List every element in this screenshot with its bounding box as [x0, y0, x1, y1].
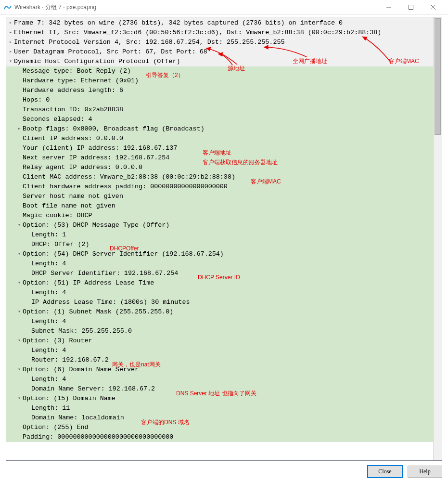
tree-row[interactable]: Length: 4 [6, 288, 433, 298]
tree-row[interactable]: Message type: Boot Reply (2) [6, 66, 433, 76]
titlebar: Wireshark · 分组 7 · pxe.pcapng [0, 0, 448, 15]
tree-row[interactable]: IP Address Lease Time: (1800s) 30 minute… [6, 298, 433, 307]
tree-row[interactable]: Next server IP address: 192.168.67.254 [6, 153, 433, 163]
tree-row[interactable]: Client hardware address padding: 0000000… [6, 182, 433, 192]
tree-row[interactable]: Padding: 000000000000000000000000000000 [6, 432, 433, 442]
tree-row[interactable]: Router: 192.168.67.2 [6, 355, 433, 365]
tree-row[interactable]: DHCP Server Identifier: 192.168.67.254 [6, 269, 433, 278]
expand-open-icon[interactable] [16, 278, 23, 288]
tree-row[interactable]: Subnet Mask: 255.255.255.0 [6, 326, 433, 336]
tree-row-text: Length: 4 [31, 346, 66, 355]
tree-row[interactable]: User Datagram Protocol, Src Port: 67, Ds… [6, 47, 433, 57]
vertical-scrollbar[interactable] [433, 17, 442, 460]
tree-row-text: Option: (15) Domain Name [23, 394, 115, 403]
tree-row-text: Option: (255) End [23, 423, 89, 432]
expand-closed-icon[interactable] [7, 47, 14, 57]
wireshark-icon [4, 3, 12, 11]
tree-row[interactable]: Length: 4 [6, 259, 433, 269]
tree-row-text: Client hardware address padding: 0000000… [23, 182, 228, 192]
tree-row[interactable]: Bootp flags: 0x8000, Broadcast flag (Bro… [6, 124, 433, 134]
tree-row-text: Ethernet II, Src: Vmware_f2:3c:d6 (00:50… [14, 28, 381, 38]
dialog-footer: Close Help [0, 462, 448, 481]
tree-row-text: Bootp flags: 0x8000, Broadcast flag (Bro… [23, 124, 205, 134]
tree-row[interactable]: Option: (51) IP Address Lease Time [6, 278, 433, 288]
tree-row[interactable]: Client IP address: 0.0.0.0 [6, 134, 433, 143]
tree-row-text: Magic cookie: DHCP [23, 211, 92, 221]
tree-row[interactable]: Length: 4 [6, 346, 433, 355]
tree-row[interactable]: Internet Protocol Version 4, Src: 192.16… [6, 38, 433, 47]
tree-row-text: Length: 4 [31, 288, 66, 298]
tree-row[interactable]: Dynamic Host Configuration Protocol (Off… [6, 57, 433, 66]
tree-row-text: Option: (54) DHCP Server Identifier (192… [23, 249, 224, 259]
expand-closed-icon[interactable] [7, 18, 14, 28]
tree-row-text: Padding: 000000000000000000000000000000 [23, 432, 173, 442]
tree-row[interactable]: Domain Name Server: 192.168.67.2 [6, 384, 433, 394]
tree-row-text: User Datagram Protocol, Src Port: 67, Ds… [14, 47, 207, 57]
close-button[interactable] [422, 0, 444, 14]
tree-row[interactable]: Boot file name not given [6, 201, 433, 211]
tree-row-text: IP Address Lease Time: (1800s) 30 minute… [31, 298, 190, 307]
minimize-button[interactable] [378, 0, 400, 14]
tree-row-text: Dynamic Host Configuration Protocol (Off… [14, 57, 180, 66]
tree-row[interactable]: Client MAC address: Vmware_b2:88:38 (00:… [6, 172, 433, 182]
tree-row[interactable]: Option: (15) Domain Name [6, 394, 433, 403]
tree-row[interactable]: DHCP: Offer (2) [6, 240, 433, 249]
tree-row[interactable]: Option: (53) DHCP Message Type (Offer) [6, 221, 433, 230]
expand-open-icon[interactable] [16, 221, 23, 230]
tree-row-text: Option: (1) Subnet Mask (255.255.255.0) [23, 307, 173, 317]
expand-open-icon[interactable] [16, 249, 23, 259]
expand-closed-icon[interactable] [16, 124, 23, 134]
scrollbar-thumb[interactable] [435, 18, 441, 135]
tree-row[interactable]: Length: 1 [6, 230, 433, 240]
tree-row-text: Next server IP address: 192.168.67.254 [23, 153, 169, 163]
tree-row[interactable]: Hardware address length: 6 [6, 86, 433, 95]
expand-open-icon[interactable] [16, 336, 23, 346]
tree-row[interactable]: Magic cookie: DHCP [6, 211, 433, 221]
maximize-button[interactable] [400, 0, 422, 14]
tree-row[interactable]: Relay agent IP address: 0.0.0.0 [6, 163, 433, 172]
tree-row-text: Your (client) IP address: 192.168.67.137 [23, 143, 177, 153]
tree-row[interactable]: Server host name not given [6, 192, 433, 201]
tree-row[interactable]: Hardware type: Ethernet (0x01) [6, 76, 433, 86]
protocol-tree[interactable]: Frame 7: 342 bytes on wire (2736 bits), … [6, 17, 433, 460]
tree-row[interactable]: Option: (54) DHCP Server Identifier (192… [6, 249, 433, 259]
tree-row[interactable]: Option: (6) Domain Name Server [6, 365, 433, 375]
tree-row-text: Length: 1 [31, 230, 66, 240]
tree-row[interactable]: Frame 7: 342 bytes on wire (2736 bits), … [6, 18, 433, 28]
tree-row-text: DHCP: Offer (2) [31, 240, 90, 249]
tree-row[interactable]: Transaction ID: 0x2ab28838 [6, 105, 433, 115]
tree-row-text: Frame 7: 342 bytes on wire (2736 bits), … [14, 18, 343, 28]
tree-row-text: Client MAC address: Vmware_b2:88:38 (00:… [23, 172, 235, 182]
tree-row[interactable]: Length: 4 [6, 317, 433, 326]
tree-row-text: DHCP Server Identifier: 192.168.67.254 [31, 269, 178, 278]
tree-row[interactable]: Option: (255) End [6, 423, 433, 432]
expand-closed-icon[interactable] [7, 28, 14, 38]
tree-row[interactable]: Ethernet II, Src: Vmware_f2:3c:d6 (00:50… [6, 28, 433, 38]
tree-row-text: Length: 4 [31, 375, 66, 384]
tree-row[interactable]: Option: (1) Subnet Mask (255.255.255.0) [6, 307, 433, 317]
tree-row[interactable]: Option: (3) Router [6, 336, 433, 346]
tree-row[interactable]: Length: 4 [6, 375, 433, 384]
svg-rect-0 [409, 5, 413, 10]
tree-row[interactable]: Your (client) IP address: 192.168.67.137 [6, 143, 433, 153]
expand-open-icon[interactable] [16, 365, 23, 375]
tree-row-text: Domain Name Server: 192.168.67.2 [31, 384, 155, 394]
tree-row-text: Length: 11 [31, 403, 70, 413]
expand-open-icon[interactable] [16, 394, 23, 403]
expand-open-icon[interactable] [16, 307, 23, 317]
tree-row-text: Router: 192.168.67.2 [31, 355, 109, 365]
tree-row[interactable]: Hops: 0 [6, 95, 433, 105]
tree-row[interactable]: Domain Name: localdomain [6, 413, 433, 423]
tree-row-text: Option: (3) Router [23, 336, 92, 346]
tree-row-text: Hardware type: Ethernet (0x01) [23, 76, 139, 86]
tree-row[interactable]: Length: 11 [6, 403, 433, 413]
expand-closed-icon[interactable] [7, 38, 14, 47]
expand-open-icon[interactable] [7, 57, 14, 66]
close-dialog-button[interactable]: Close [367, 465, 403, 478]
tree-row-text: Boot file name not given [23, 201, 115, 211]
tree-row-text: Internet Protocol Version 4, Src: 192.16… [14, 38, 285, 47]
help-button[interactable]: Help [408, 466, 442, 478]
tree-row-text: Option: (53) DHCP Message Type (Offer) [23, 221, 169, 230]
tree-row-text: Client IP address: 0.0.0.0 [23, 134, 123, 143]
tree-row[interactable]: Seconds elapsed: 4 [6, 115, 433, 124]
